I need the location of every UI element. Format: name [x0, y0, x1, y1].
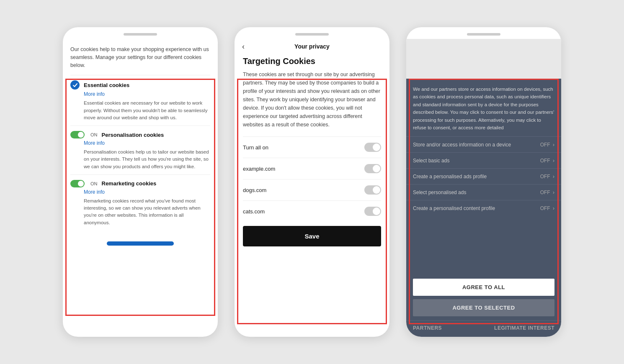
p3-store-status: OFF	[540, 142, 550, 148]
phone2-body: Targeting Cookies These cookies are set …	[235, 52, 389, 337]
p3-ads-profile-label: Create a personalised ads profile	[413, 174, 540, 179]
agree-all-button[interactable]: AGREE TO ALL	[413, 279, 554, 296]
phone3-footer: PARTNERS LEGITIMATE INTEREST	[406, 320, 561, 337]
blue-bar	[107, 241, 174, 246]
phone2-title: Your privacy	[294, 43, 330, 50]
p3-personalised-ads-right: OFF ›	[540, 189, 554, 195]
essential-cookies-section: Essential cookies More info Essential co…	[70, 75, 210, 121]
personalisation-title: Personalisation cookies	[102, 132, 164, 138]
p3-basic-ads-right: OFF ›	[540, 157, 554, 164]
p3-content-profile-label: Create a personalised content profile	[413, 205, 540, 211]
phone-notch-1	[124, 33, 157, 36]
dogs-com-toggle[interactable]	[364, 185, 381, 195]
phone1-intro-text: Our cookies help to make your shopping e…	[70, 46, 210, 69]
remarketing-on-label: ON	[90, 181, 98, 186]
phone-screen-2: ‹ Your privacy Targeting Cookies These c…	[235, 39, 389, 337]
turn-all-on-label: Turn all on	[243, 144, 268, 151]
essential-title: Essential cookies	[84, 82, 129, 88]
phone-1: Our cookies help to make your shopping e…	[63, 27, 218, 337]
targeting-desc: These cookies are set through our site b…	[243, 70, 381, 129]
example-com-label: example.com	[243, 166, 275, 172]
p3-content-profile-status: OFF	[540, 205, 550, 211]
personalisation-header: ON Personalisation cookies	[70, 131, 210, 138]
dogs-com-label: dogs.com	[243, 187, 266, 193]
phone1-body: Our cookies help to make your shopping e…	[63, 39, 218, 237]
p3-row-basic-ads[interactable]: Select basic ads OFF ›	[406, 152, 561, 168]
p3-ads-profile-status: OFF	[540, 174, 550, 179]
p3-ads-profile-right: OFF ›	[540, 173, 554, 179]
phone-screen-3: We and our partners store or access info…	[406, 39, 561, 337]
p3-footer-legitimate[interactable]: LEGITIMATE INTEREST	[494, 325, 554, 331]
personalisation-on-label: ON	[90, 132, 98, 137]
remarketing-title: Remarketing cookies	[102, 180, 157, 187]
essential-more-info[interactable]: More info	[84, 91, 210, 97]
p3-row-personalised-ads[interactable]: Select personalised ads OFF ›	[406, 184, 561, 200]
personalisation-desc: Personalisation cookies help us to tailo…	[84, 149, 210, 170]
phone3-intro: We and our partners store or access info…	[406, 79, 561, 136]
phone-screen-1: Our cookies help to make your shopping e…	[63, 39, 218, 337]
phone3-intro-text: We and our partners store or access info…	[413, 85, 554, 131]
phone3-buttons: AGREE TO ALL AGREE TO SELECTED	[406, 274, 561, 320]
p3-basic-ads-chevron: ›	[553, 157, 554, 164]
example-com-row: example.com	[243, 158, 381, 179]
phone-2: ‹ Your privacy Targeting Cookies These c…	[235, 27, 389, 337]
turn-all-on-toggle[interactable]	[364, 143, 381, 152]
turn-all-on-row: Turn all on	[243, 136, 381, 158]
p3-ads-profile-chevron: ›	[553, 173, 554, 179]
p3-store-label: Store and/or access information on a dev…	[413, 142, 540, 148]
example-com-toggle[interactable]	[364, 164, 381, 173]
phone1-bottom	[63, 237, 218, 251]
back-arrow-icon[interactable]: ‹	[242, 42, 245, 51]
personalisation-cookies-section: ON Personalisation cookies More info Per…	[70, 126, 210, 170]
remarketing-toggle[interactable]	[70, 180, 85, 187]
p3-basic-ads-label: Select basic ads	[413, 158, 540, 164]
phone3-top-space	[406, 39, 561, 79]
p3-content-profile-chevron: ›	[553, 205, 554, 211]
agree-selected-button[interactable]: AGREE TO SELECTED	[413, 299, 554, 316]
p3-basic-ads-status: OFF	[540, 158, 550, 164]
cats-com-label: cats.com	[243, 208, 265, 215]
p3-personalised-ads-status: OFF	[540, 190, 550, 195]
p3-personalised-ads-label: Select personalised ads	[413, 190, 540, 195]
p3-row-store[interactable]: Store and/or access information on a dev…	[406, 136, 561, 152]
essential-desc: Essential cookies are necessary for our …	[84, 100, 210, 121]
phone-3: We and our partners store or access info…	[406, 27, 561, 337]
phone3-list: Store and/or access information on a dev…	[406, 136, 561, 274]
remarketing-header: ON Remarketing cookies	[70, 180, 210, 187]
targeting-title: Targeting Cookies	[243, 56, 381, 66]
phone-notch-2	[295, 33, 329, 36]
save-button[interactable]: Save	[243, 226, 381, 246]
remarketing-more-info[interactable]: More info	[84, 189, 210, 195]
p3-row-ads-profile[interactable]: Create a personalised ads profile OFF ›	[406, 168, 561, 184]
personalisation-toggle[interactable]	[70, 131, 85, 138]
cats-com-toggle[interactable]	[364, 207, 381, 216]
p3-store-chevron: ›	[553, 141, 554, 148]
personalisation-more-info[interactable]: More info	[84, 140, 210, 146]
dogs-com-row: dogs.com	[243, 179, 381, 200]
remarketing-cookies-section: ON Remarketing cookies More info Remarke…	[70, 174, 210, 226]
p3-content-profile-right: OFF ›	[540, 205, 554, 211]
phone-notch-3	[467, 33, 500, 36]
p3-footer-partners[interactable]: PARTNERS	[413, 325, 442, 331]
p3-personalised-ads-chevron: ›	[553, 189, 554, 195]
essential-check-icon	[70, 80, 80, 90]
essential-header: Essential cookies	[70, 80, 210, 90]
remarketing-desc: Remarketing cookies record what you've f…	[84, 197, 210, 226]
cats-com-row: cats.com	[243, 200, 381, 222]
p3-store-right: OFF ›	[540, 141, 554, 148]
phone2-header: ‹ Your privacy	[235, 39, 389, 52]
phone3-body: We and our partners store or access info…	[406, 79, 561, 337]
p3-row-content-profile[interactable]: Create a personalised content profile OF…	[406, 200, 561, 216]
